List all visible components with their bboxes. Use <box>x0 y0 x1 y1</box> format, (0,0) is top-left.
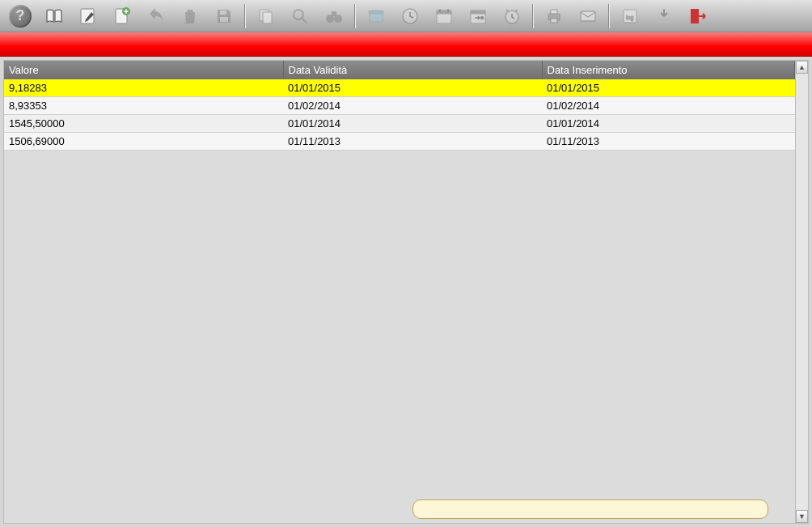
copy-icon <box>256 6 276 26</box>
scroll-down-button[interactable]: ▼ <box>796 510 808 523</box>
svg-rect-21 <box>551 10 557 14</box>
cell-valore: 1506,69000 <box>4 133 283 151</box>
book-icon <box>44 6 64 26</box>
alert-bar <box>0 32 812 57</box>
svg-rect-4 <box>220 17 228 22</box>
status-input[interactable] <box>412 499 768 519</box>
vertical-scrollbar[interactable]: ▲ ▼ <box>796 60 809 524</box>
toolbar-separator <box>354 4 356 28</box>
archive-icon <box>366 6 386 26</box>
table-row[interactable]: 1545,5000001/01/201401/01/2014 <box>4 115 795 133</box>
cell-validita: 01/01/2014 <box>283 115 542 133</box>
copy-button[interactable] <box>251 3 281 29</box>
table-row[interactable]: 9,1828301/01/201501/01/2015 <box>4 79 795 97</box>
col-header-inserimento[interactable]: Data Inserimento <box>542 61 795 79</box>
svg-rect-11 <box>370 13 383 22</box>
cell-valore: 8,93353 <box>4 97 283 115</box>
print-button[interactable] <box>539 3 569 29</box>
new-doc-button[interactable] <box>107 3 137 29</box>
toolbar-separator <box>532 4 534 28</box>
svg-rect-27 <box>691 9 699 23</box>
table-header-row: Valore Data Validità Data Inserimento <box>4 61 795 79</box>
trash-icon <box>180 6 200 26</box>
col-header-validita[interactable]: Data Validità <box>283 61 542 79</box>
cell-validita: 01/01/2015 <box>283 79 542 97</box>
pencil-icon <box>78 6 98 26</box>
table-row[interactable]: 8,9335301/02/201401/02/2014 <box>4 97 795 115</box>
svg-rect-15 <box>437 11 451 14</box>
alarm-button[interactable] <box>497 3 527 29</box>
undo-button[interactable] <box>141 3 171 29</box>
data-table: Valore Data Validità Data Inserimento 9,… <box>4 61 795 151</box>
cell-validita: 01/02/2014 <box>283 97 542 115</box>
help-icon: ? <box>9 5 32 28</box>
book-button[interactable] <box>39 3 70 29</box>
col-header-valore[interactable]: Valore <box>4 61 283 79</box>
data-table-wrap: Valore Data Validità Data Inserimento 9,… <box>3 60 796 524</box>
table-row[interactable]: 1506,6900001/11/201301/11/2013 <box>4 133 795 151</box>
help-button[interactable]: ? <box>5 3 36 29</box>
exit-button[interactable] <box>683 3 713 29</box>
search-button[interactable] <box>285 3 315 29</box>
svg-rect-10 <box>332 11 336 16</box>
delete-button[interactable] <box>175 3 205 29</box>
print-icon <box>544 6 564 26</box>
calendar-go-button[interactable] <box>463 3 493 29</box>
undo-icon <box>146 6 166 26</box>
binoculars-icon <box>324 6 344 26</box>
cell-validita: 01/11/2013 <box>283 133 542 151</box>
save-icon <box>214 6 234 26</box>
main-toolbar: ? <box>0 0 812 32</box>
svg-rect-3 <box>220 11 226 15</box>
archive-button[interactable] <box>361 3 391 29</box>
scroll-up-button[interactable]: ▲ <box>796 61 808 74</box>
log-icon: log <box>620 6 640 26</box>
new-doc-icon <box>112 6 132 26</box>
clock-icon <box>400 6 420 26</box>
cell-valore: 9,18283 <box>4 79 283 97</box>
calendar-button[interactable] <box>429 3 459 29</box>
calendar-icon <box>434 6 454 26</box>
exit-icon <box>688 6 708 26</box>
calendar-arrow-icon <box>468 6 488 26</box>
svg-text:log: log <box>626 15 633 21</box>
find-button[interactable] <box>319 3 349 29</box>
svg-rect-12 <box>369 11 383 14</box>
alarm-icon <box>502 6 522 26</box>
svg-point-18 <box>480 16 484 19</box>
cell-inserimento: 01/02/2014 <box>542 97 795 115</box>
scroll-track[interactable] <box>796 74 808 510</box>
save-button[interactable] <box>209 3 239 29</box>
download-icon <box>654 6 674 26</box>
toolbar-separator <box>608 4 610 28</box>
cell-inserimento: 01/01/2014 <box>542 115 795 133</box>
search-icon <box>290 6 310 26</box>
svg-rect-17 <box>471 11 485 14</box>
edit-button[interactable] <box>73 3 104 29</box>
mail-icon <box>578 6 598 26</box>
cell-inserimento: 01/01/2015 <box>542 79 795 97</box>
download-button[interactable] <box>649 3 679 29</box>
cell-inserimento: 01/11/2013 <box>542 133 795 151</box>
content-area: Valore Data Validità Data Inserimento 9,… <box>0 57 812 527</box>
svg-rect-26 <box>658 18 670 23</box>
svg-rect-6 <box>263 12 272 23</box>
history-button[interactable] <box>395 3 425 29</box>
toolbar-separator <box>244 4 246 28</box>
svg-point-7 <box>294 10 303 19</box>
cell-valore: 1545,50000 <box>4 115 283 133</box>
log-button[interactable]: log <box>615 3 645 29</box>
mail-button[interactable] <box>573 3 603 29</box>
svg-rect-22 <box>551 19 557 23</box>
